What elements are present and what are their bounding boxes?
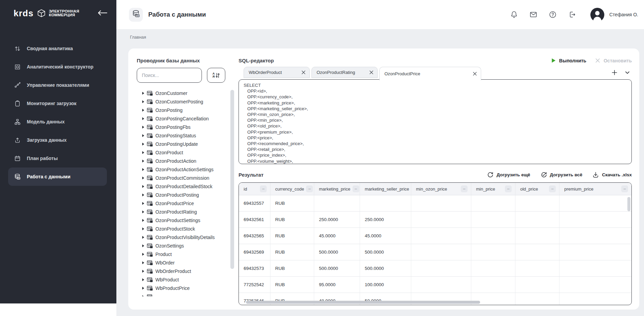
tree-item[interactable]: OzonPosting — [142, 106, 239, 114]
caret-right-icon[interactable] — [142, 202, 145, 205]
tab-close-icon[interactable] — [473, 72, 477, 76]
caret-right-icon[interactable] — [142, 108, 145, 112]
column-menu-button[interactable] — [621, 185, 628, 192]
caret-right-icon[interactable] — [142, 219, 145, 222]
editor-tab[interactable]: OzonProductRating — [311, 67, 378, 78]
horizontal-scrollbar[interactable] — [246, 301, 480, 304]
notifications-button[interactable] — [510, 11, 518, 19]
caret-right-icon[interactable] — [142, 176, 145, 180]
sort-az-icon: АЯ — [212, 72, 215, 78]
caret-right-icon[interactable] — [142, 193, 145, 197]
help-button[interactable] — [549, 11, 557, 19]
caret-right-icon[interactable] — [142, 168, 145, 171]
tab-close-icon[interactable] — [370, 71, 373, 74]
sidebar-item-database-sql[interactable]: SQL Работа с данными — [8, 167, 107, 186]
caret-right-icon[interactable] — [142, 227, 145, 231]
tree-item[interactable]: OzonProductActionSettings — [142, 165, 239, 174]
run-button[interactable]: Выполнить — [551, 58, 586, 63]
caret-right-icon[interactable] — [142, 134, 145, 137]
caret-right-icon[interactable] — [142, 244, 145, 248]
editor-tab[interactable]: WbOrderProduct — [244, 67, 310, 78]
tree-scrollbar[interactable] — [230, 90, 234, 269]
column-menu-button[interactable] — [306, 185, 313, 192]
tree-item[interactable]: OzonCustomer — [142, 89, 239, 97]
sidebar-item-nodes[interactable]: Управление показателями — [8, 76, 107, 94]
sidebar-item-upload[interactable]: Загрузка данных — [8, 131, 107, 149]
download-xlsx-button[interactable]: Скачать .xlsx — [592, 172, 632, 178]
cube-logo-icon — [37, 9, 46, 18]
column-menu-button[interactable] — [549, 185, 556, 192]
tabs-dropdown-button[interactable] — [624, 70, 630, 76]
column-menu-button[interactable] — [260, 185, 267, 192]
sidebar-item-arrows-up-down[interactable]: Сводная аналитика — [8, 39, 107, 58]
search-input[interactable] — [137, 68, 202, 83]
caret-right-icon[interactable] — [142, 295, 145, 297]
sidebar-item-clipboard[interactable]: Мониторинг загрузок — [8, 94, 107, 113]
column-menu-button[interactable] — [461, 185, 468, 192]
tree-item[interactable]: WbOrderProduct — [142, 267, 239, 275]
sidebar-item-calendar[interactable]: План работы — [8, 149, 107, 167]
tree-item[interactable]: OzonProductDetailedStock — [142, 182, 239, 191]
chevron-down-icon — [624, 70, 630, 76]
vertical-scrollbar[interactable] — [627, 197, 630, 211]
tree-item[interactable]: OzonProductSettings — [142, 216, 239, 224]
table-cell: RUB — [270, 212, 314, 228]
tree-item[interactable]: OzonProductVisibilityDetails — [142, 233, 239, 241]
caret-right-icon[interactable] — [142, 125, 145, 129]
load-all-button[interactable]: Догрузить всё — [541, 172, 583, 178]
table-cell: 45.0000 — [314, 228, 360, 244]
tree-item[interactable]: OzonProductPrice — [142, 199, 239, 208]
caret-right-icon[interactable] — [142, 185, 145, 188]
caret-right-icon[interactable] — [142, 117, 145, 120]
table-cell: RUB — [270, 244, 314, 260]
caret-right-icon[interactable] — [142, 270, 145, 273]
breadcrumb[interactable]: Главная — [130, 35, 146, 40]
sidebar-collapse-button[interactable] — [97, 10, 108, 17]
tree-item[interactable]: OzonCustomerPosting — [142, 97, 239, 106]
caret-right-icon[interactable] — [142, 142, 145, 146]
sidebar-item-frame-circle[interactable]: Аналитический конструктор — [8, 58, 107, 76]
tree-item[interactable]: WbProduct — [142, 275, 239, 284]
logout-button[interactable] — [568, 11, 576, 19]
tree-item[interactable]: Product — [142, 250, 239, 258]
sidebar-item-org-chart[interactable]: Модель данных — [8, 113, 107, 131]
column-menu-button[interactable] — [505, 185, 512, 192]
caret-right-icon[interactable] — [142, 287, 145, 290]
table-cell — [471, 195, 515, 211]
tree-item[interactable]: OzonPostingUpdate — [142, 140, 239, 148]
column-menu-button[interactable] — [353, 185, 359, 192]
caret-right-icon[interactable] — [142, 236, 145, 239]
avatar[interactable] — [590, 8, 604, 22]
add-tab-button[interactable] — [611, 70, 618, 76]
caret-right-icon[interactable] — [142, 261, 145, 264]
tree-item[interactable]: OzonProductPosting — [142, 191, 239, 199]
caret-right-icon[interactable] — [142, 278, 145, 281]
sql-editor[interactable]: SELECT OPP.<id>, OPP.<currency_code>, OP… — [239, 79, 632, 164]
column-header: id — [239, 183, 270, 195]
tree-item[interactable]: OzonPostingStatus — [142, 131, 239, 140]
tree-item[interactable]: OzonProductCommission — [142, 174, 239, 182]
tab-close-icon[interactable] — [302, 71, 305, 74]
caret-right-icon[interactable] — [142, 151, 145, 154]
caret-right-icon[interactable] — [142, 253, 145, 256]
caret-right-icon[interactable] — [142, 100, 145, 103]
tree-item[interactable]: OzonProduct — [142, 148, 239, 157]
tree-item[interactable]: OzonProductAction — [142, 157, 239, 165]
tree-item[interactable] — [142, 292, 239, 296]
table-lock-icon — [147, 209, 153, 215]
caret-right-icon[interactable] — [142, 92, 145, 95]
tree-item[interactable]: WbProductPrice — [142, 284, 239, 292]
stop-button[interactable]: Остановить — [595, 58, 632, 63]
tree-item[interactable]: WbOrder — [142, 258, 239, 267]
tree-item[interactable]: OzonProductRating — [142, 208, 239, 216]
messages-button[interactable] — [529, 11, 537, 19]
tree-item[interactable]: OzonSettings — [142, 241, 239, 250]
caret-right-icon[interactable] — [142, 159, 145, 163]
caret-right-icon[interactable] — [142, 210, 145, 214]
load-more-button[interactable]: Догрузить ещё — [487, 172, 530, 178]
sort-alphabetical-button[interactable]: АЯ — [207, 68, 225, 83]
tree-item[interactable]: OzonPostingFbs — [142, 123, 239, 131]
tree-item[interactable]: OzonProductStock — [142, 224, 239, 233]
tree-item[interactable]: OzonPostingCancellation — [142, 114, 239, 123]
editor-tab[interactable]: OzonProductPrice — [379, 67, 481, 80]
